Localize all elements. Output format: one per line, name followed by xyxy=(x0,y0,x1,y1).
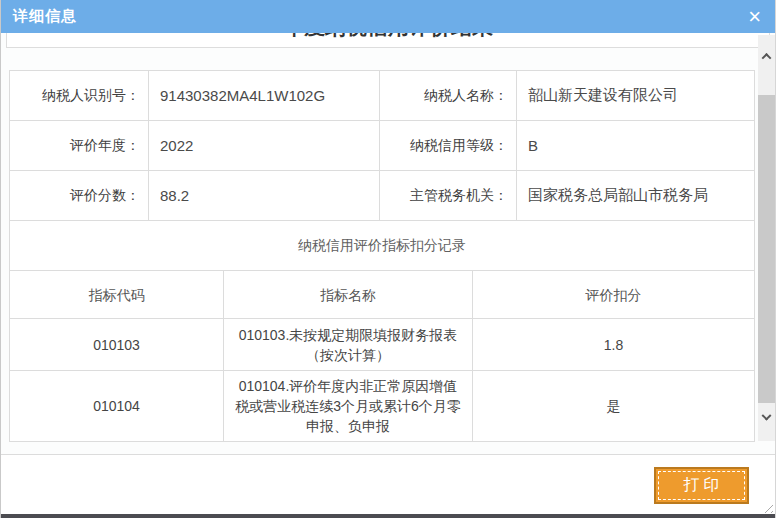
credit-grade-value: B xyxy=(516,121,754,170)
taxpayer-id-label: 纳税人识别号： xyxy=(10,71,148,120)
detail-modal: 详细信息 × 年度纳税信用评价结果 纳税人识别号： 91430382MA4L1W… xyxy=(0,0,776,518)
scroll-up-button[interactable] xyxy=(758,41,775,71)
modal-header: 详细信息 × xyxy=(1,0,775,33)
deduction-record-section-title: 纳税信用评价指标扣分记录 xyxy=(10,221,754,271)
col-indicator-name: 指标名称 xyxy=(223,271,472,318)
indicator-code: 010103 xyxy=(10,319,223,370)
taxpayer-name-value: 韶山新天建设有限公司 xyxy=(516,71,754,120)
eval-year-label: 评价年度： xyxy=(10,121,148,170)
modal-title: 详细信息 xyxy=(13,7,77,26)
table-row: 评价年度： 2022 纳税信用等级： B xyxy=(10,121,754,171)
clipped-page-heading: 年度纳税信用评价结果 xyxy=(283,33,493,41)
detail-table-header: 指标代码 指标名称 评价扣分 xyxy=(10,271,754,319)
close-icon[interactable]: × xyxy=(746,6,763,28)
vertical-scrollbar[interactable] xyxy=(758,35,775,441)
scroll-down-button[interactable] xyxy=(758,403,775,433)
col-indicator-code: 指标代码 xyxy=(10,271,223,318)
clipped-page-card: 年度纳税信用评价结果 xyxy=(6,33,770,48)
eval-deduction: 是 xyxy=(472,371,754,441)
modal-content: 年度纳税信用评价结果 纳税人识别号： 91430382MA4L1W102G 纳税… xyxy=(1,33,775,455)
indicator-code: 010104 xyxy=(10,371,223,441)
table-row: 010104 010104.评价年度内非正常原因增值税或营业税连续3个月或累计6… xyxy=(10,371,754,442)
tax-authority-value: 国家税务总局韶山市税务局 xyxy=(516,171,754,220)
scrollbar-thumb[interactable] xyxy=(758,95,775,403)
indicator-name: 010104.评价年度内非正常原因增值税或营业税连续3个月或累计6个月零申报、负… xyxy=(223,371,472,441)
window-bottom-edge xyxy=(1,514,775,518)
print-button[interactable]: 打印 xyxy=(654,467,749,504)
eval-year-value: 2022 xyxy=(148,121,379,170)
eval-deduction: 1.8 xyxy=(472,319,754,370)
eval-score-label: 评价分数： xyxy=(10,171,148,220)
taxpayer-id-value: 91430382MA4L1W102G xyxy=(148,71,379,120)
chevron-up-icon xyxy=(762,52,772,62)
chevron-down-icon xyxy=(762,410,772,420)
eval-score-value: 88.2 xyxy=(148,171,379,220)
modal-footer: 打印 xyxy=(1,455,775,514)
table-row: 010103 010103.未按规定期限填报财务报表（按次计算） 1.8 xyxy=(10,319,754,371)
taxpayer-info-table: 纳税人识别号： 91430382MA4L1W102G 纳税人名称： 韶山新天建设… xyxy=(9,70,755,442)
indicator-name: 010103.未按规定期限填报财务报表（按次计算） xyxy=(223,319,472,370)
table-row: 纳税人识别号： 91430382MA4L1W102G 纳税人名称： 韶山新天建设… xyxy=(10,71,754,121)
col-eval-deduction: 评价扣分 xyxy=(472,271,754,318)
credit-grade-label: 纳税信用等级： xyxy=(379,121,516,170)
tax-authority-label: 主管税务机关： xyxy=(379,171,516,220)
table-row: 评价分数： 88.2 主管税务机关： 国家税务总局韶山市税务局 xyxy=(10,171,754,221)
taxpayer-name-label: 纳税人名称： xyxy=(379,71,516,120)
